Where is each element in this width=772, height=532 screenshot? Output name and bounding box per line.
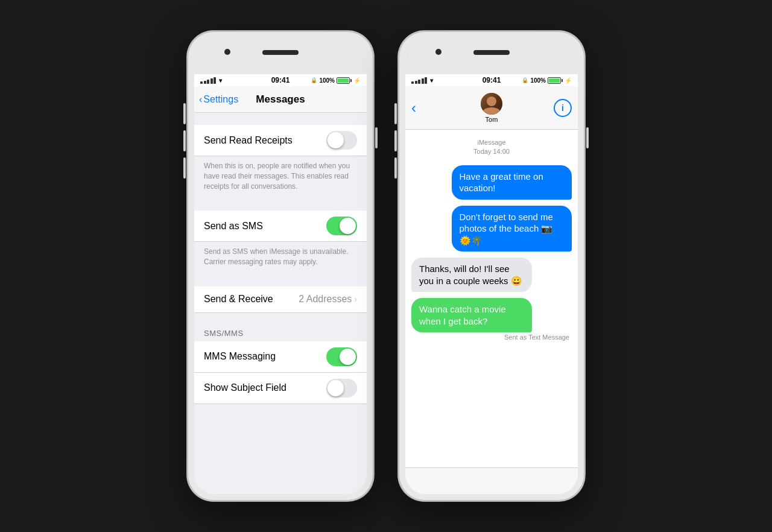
lock-icon: 🔒 bbox=[311, 77, 317, 83]
dot3 bbox=[207, 80, 209, 84]
dot2 bbox=[204, 81, 206, 84]
rdot3 bbox=[418, 80, 420, 84]
send-read-receipts-toggle[interactable] bbox=[326, 131, 357, 150]
message-row-0: Have a great time on vacation! bbox=[411, 165, 572, 200]
send-receive-cell[interactable]: Send & Receive 2 Addresses › bbox=[194, 287, 367, 313]
bubble-3: Wanna catch a movie when I get back? bbox=[411, 298, 532, 332]
toggle-knob-subject bbox=[327, 380, 344, 396]
send-receive-value: 2 Addresses › bbox=[299, 294, 357, 305]
mute-button bbox=[183, 103, 186, 124]
left-screen: ▾ 09:41 🔒 100% ⚡ bbox=[194, 74, 367, 494]
top-spacer bbox=[194, 113, 367, 125]
battery-icon-left bbox=[337, 77, 352, 84]
settings-back-button[interactable]: ‹ Settings bbox=[199, 94, 238, 105]
send-read-receipts-cell[interactable]: Send Read Receipts bbox=[194, 125, 367, 156]
rdot4 bbox=[422, 78, 424, 84]
rdot1 bbox=[411, 81, 414, 84]
signal-area: ▾ bbox=[200, 77, 222, 84]
toggle-knob-mms bbox=[340, 349, 356, 365]
sms-mms-header: SMS/MMS bbox=[194, 325, 367, 341]
show-subject-cell[interactable]: Show Subject Field bbox=[194, 373, 367, 404]
send-as-sms-label: Send as SMS bbox=[204, 221, 263, 232]
info-icon: i bbox=[562, 103, 564, 113]
right-screen: ▾ 09:41 🔒 100% ⚡ bbox=[405, 74, 578, 494]
left-phone: ▾ 09:41 🔒 100% ⚡ bbox=[187, 31, 374, 501]
spacer-2 bbox=[194, 274, 367, 287]
toggle-knob bbox=[327, 132, 344, 148]
volume-up-button-right bbox=[394, 130, 397, 151]
battery-area-right: 🔒 100% ⚡ bbox=[522, 77, 572, 84]
battery-area-left: 🔒 100% ⚡ bbox=[311, 77, 361, 84]
lightning-icon: ⚡ bbox=[353, 77, 361, 84]
mms-messaging-cell[interactable]: MMS Messaging bbox=[194, 341, 367, 373]
status-time-right: 09:41 bbox=[482, 76, 501, 84]
power-button-right bbox=[586, 127, 589, 148]
send-as-sms-cell[interactable]: Send as SMS bbox=[194, 211, 367, 242]
send-read-receipts-desc: When this is on, people are notified whe… bbox=[194, 156, 367, 198]
send-as-sms-desc: Send as SMS when iMessage is unavailable… bbox=[194, 242, 367, 274]
nav-bar-imessage: ‹ Tom i bbox=[405, 86, 578, 130]
phone-hardware-top-right bbox=[405, 38, 578, 74]
contact-info[interactable]: Tom bbox=[481, 93, 502, 123]
chat-area: iMessageToday 14:00 Have a great time on… bbox=[405, 130, 578, 467]
signal-dots bbox=[200, 77, 216, 84]
message-row-3: Wanna catch a movie when I get back? Sen… bbox=[411, 298, 572, 341]
wifi-icon: ▾ bbox=[219, 77, 222, 84]
lightning-icon-right: ⚡ bbox=[565, 77, 572, 84]
status-bar-left: ▾ 09:41 🔒 100% ⚡ bbox=[194, 74, 367, 86]
chevron-right-icon: › bbox=[354, 294, 357, 304]
message-row-2: Thanks, will do! I'll see you in a coupl… bbox=[411, 258, 572, 292]
battery-icon-right bbox=[548, 77, 563, 84]
dot4 bbox=[210, 78, 213, 84]
front-camera-right bbox=[435, 49, 441, 55]
back-label: Settings bbox=[203, 94, 238, 105]
info-button[interactable]: i bbox=[554, 99, 572, 117]
power-button bbox=[375, 127, 378, 148]
battery-percent-right: 100% bbox=[530, 77, 546, 84]
mms-messaging-label: MMS Messaging bbox=[204, 351, 276, 362]
mute-button-right bbox=[394, 103, 397, 124]
bubble-0: Have a great time on vacation! bbox=[452, 165, 572, 200]
message-row-1: Don't forget to send me photos of the be… bbox=[411, 206, 572, 252]
chat-input-bar[interactable] bbox=[405, 467, 578, 494]
volume-up-button bbox=[183, 130, 186, 151]
settings-content: Send Read Receipts When this is on, peop… bbox=[194, 113, 367, 494]
imessage-back-button[interactable]: ‹ bbox=[411, 100, 429, 116]
send-as-sms-toggle[interactable] bbox=[326, 217, 357, 235]
rdot5 bbox=[425, 77, 427, 84]
speaker bbox=[262, 50, 299, 55]
show-subject-label: Show Subject Field bbox=[204, 382, 286, 393]
mms-messaging-toggle[interactable] bbox=[326, 347, 357, 366]
show-subject-toggle[interactable] bbox=[326, 379, 357, 397]
phone-hardware-top bbox=[194, 38, 367, 74]
signal-dots-right bbox=[411, 77, 427, 84]
battery-percent-left: 100% bbox=[319, 77, 335, 84]
front-camera bbox=[224, 49, 230, 55]
send-read-receipts-label: Send Read Receipts bbox=[204, 135, 293, 146]
speaker-right bbox=[473, 50, 510, 55]
nav-bar-settings: ‹ Settings Messages bbox=[194, 86, 367, 113]
status-bar-right: ▾ 09:41 🔒 100% ⚡ bbox=[405, 74, 578, 86]
sent-as-text: Sent as Text Message bbox=[411, 334, 572, 341]
contact-name: Tom bbox=[486, 116, 498, 123]
wifi-icon-right: ▾ bbox=[430, 77, 433, 84]
avatar-image bbox=[481, 93, 502, 115]
dot5 bbox=[214, 77, 216, 84]
signal-area-right: ▾ bbox=[411, 77, 433, 84]
chat-timestamp: iMessageToday 14:00 bbox=[411, 138, 572, 157]
volume-down-button-right bbox=[394, 157, 397, 179]
rdot2 bbox=[415, 81, 417, 84]
chevron-left-icon: ‹ bbox=[199, 94, 202, 105]
dot1 bbox=[200, 81, 203, 84]
volume-down-button bbox=[183, 157, 186, 179]
send-receive-label: Send & Receive bbox=[204, 294, 273, 305]
bubble-2: Thanks, will do! I'll see you in a coupl… bbox=[411, 258, 532, 292]
spacer-1 bbox=[194, 198, 367, 211]
lock-icon-right: 🔒 bbox=[522, 77, 528, 83]
avatar bbox=[481, 93, 502, 115]
toggle-knob-sms bbox=[340, 218, 356, 234]
addresses-value: 2 Addresses bbox=[299, 294, 352, 305]
status-time-left: 09:41 bbox=[271, 76, 290, 84]
spacer-3 bbox=[194, 313, 367, 325]
right-phone: ▾ 09:41 🔒 100% ⚡ bbox=[398, 31, 585, 501]
